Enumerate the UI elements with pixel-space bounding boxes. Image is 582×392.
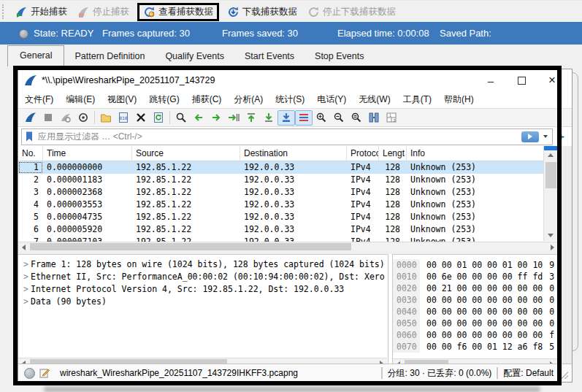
scrollbar-thumb[interactable]	[545, 162, 556, 188]
detail-ip[interactable]: Internet Protocol Version 4, Src: 192.85…	[21, 283, 388, 296]
cell-protocol: IPv4	[347, 161, 379, 174]
column-length[interactable]: Lengt	[379, 146, 407, 161]
table-row[interactable]: 1 0.000000000 192.85.1.22 192.0.0.33 IPv…	[18, 161, 572, 174]
table-row[interactable]: 3 0.000002368 192.85.1.22 192.0.0.33 IPv…	[18, 186, 572, 199]
go-back-button[interactable]	[190, 110, 207, 126]
start-capture-button[interactable]	[22, 110, 39, 126]
bookmark-icon[interactable]	[24, 131, 34, 142]
hex-row[interactable]: 001000 6e 00 00 00 00 ff fd3	[393, 271, 558, 283]
menu-statistics[interactable]: 统计(S)	[275, 93, 305, 106]
go-forward-button[interactable]	[207, 110, 225, 126]
cell-source: 192.85.1.22	[132, 186, 240, 199]
download-capture-data-button[interactable]: 下载捕获数据	[227, 6, 297, 18]
go-to-packet-button[interactable]	[225, 110, 242, 126]
svg-text:3: 3	[394, 118, 396, 123]
cell-length: 128	[379, 199, 407, 211]
hex-row[interactable]: 004000 00 00 00 00 00 00 000	[393, 306, 558, 318]
column-destination[interactable]: Destination	[240, 146, 347, 161]
find-packet-button[interactable]	[172, 110, 190, 126]
cell-source: 192.85.1.22	[132, 211, 240, 223]
column-no[interactable]: No.	[18, 146, 43, 161]
menu-edit[interactable]: 编辑(E)	[66, 93, 95, 106]
table-row[interactable]: 4 0.000003553 192.85.1.22 192.0.0.33 IPv…	[18, 199, 572, 211]
scroll-down-icon[interactable]	[548, 234, 554, 237]
menu-help[interactable]: 帮助(H)	[444, 93, 474, 106]
hex-row[interactable]: 002000 21 00 00 00 00 00 000	[393, 283, 558, 294]
expert-info-icon[interactable]	[24, 368, 35, 379]
hex-row[interactable]: 000000 00 01 00 00 01 00 109	[393, 259, 558, 271]
table-row[interactable]: 2 0.000001183 192.85.1.22 192.0.0.33 IPv…	[18, 174, 572, 186]
resize-grip-icon[interactable]	[561, 372, 568, 379]
zoom-out-button[interactable]	[330, 110, 348, 126]
cell-no: 1	[18, 161, 43, 174]
open-file-button[interactable]	[97, 110, 115, 126]
capture-options-button[interactable]	[74, 110, 92, 126]
hex-row[interactable]: 003000 00 00 00 00 00 00 000	[393, 294, 558, 306]
layout-button[interactable]: 13	[383, 110, 400, 126]
menu-wireless[interactable]: 无线(W)	[359, 93, 390, 106]
zoom-reset-button[interactable]	[348, 110, 365, 126]
view-capture-data-button[interactable]: 查看捕获数据	[137, 3, 219, 21]
detail-ethernet[interactable]: Ethernet II, Src: PerformanceA_00:00:02 …	[21, 271, 388, 283]
start-capture-button[interactable]: 开始捕获	[15, 6, 67, 18]
zoom-in-button[interactable]	[313, 110, 330, 126]
scrollbar-thumb[interactable]	[30, 243, 351, 250]
profile-selector[interactable]: 配置: Default	[503, 367, 554, 380]
expand-chevron-icon[interactable]	[21, 283, 31, 296]
menu-telephony[interactable]: 电话(Y)	[317, 93, 346, 106]
folder-icon	[100, 112, 112, 123]
colorize-toggle[interactable]	[295, 110, 313, 126]
close-file-button[interactable]	[132, 110, 150, 126]
capture-comment-icon[interactable]	[39, 368, 50, 378]
table-row[interactable]: 7 0.000007103 192.85.1.22 192.0.0.33 IPv…	[18, 236, 572, 242]
table-row[interactable]: 6 0.000005920 192.85.1.22 192.0.0.33 IPv…	[18, 223, 572, 236]
filter-dropdown-caret-icon[interactable]	[543, 135, 548, 138]
maximize-button-icon[interactable]	[516, 75, 527, 85]
scroll-left-icon[interactable]	[22, 245, 26, 250]
tab-start-events[interactable]: Start Events	[234, 47, 305, 66]
hex-row[interactable]: 006000 00 00 00 00 00 00 00f	[393, 329, 558, 341]
apply-filter-button[interactable]	[521, 131, 539, 142]
reload-file-button[interactable]	[150, 110, 167, 126]
column-time[interactable]: Time	[43, 146, 132, 161]
go-last-button[interactable]	[260, 110, 277, 126]
tab-qualify-events[interactable]: Qualify Events	[155, 47, 234, 66]
add-filter-button[interactable]: +	[553, 130, 569, 144]
display-filter-input[interactable]: 应用显示过滤器 … <Ctrl-/>	[21, 128, 553, 145]
expand-chevron-icon[interactable]	[21, 258, 31, 271]
minimize-button-icon[interactable]	[486, 75, 496, 85]
detail-frame[interactable]: Frame 1: 128 bytes on wire (1024 bits), …	[21, 258, 388, 271]
close-button-icon[interactable]	[547, 75, 557, 85]
detail-data[interactable]: Data (90 bytes)	[21, 296, 388, 308]
save-file-button[interactable]: 010	[115, 110, 132, 126]
menu-tools[interactable]: 工具(T)	[403, 93, 432, 106]
menu-view[interactable]: 视图(V)	[107, 93, 137, 106]
expand-chevron-icon[interactable]	[21, 296, 31, 308]
menu-capture[interactable]: 捕获(C)	[192, 93, 222, 106]
cell-destination: 192.0.0.33	[240, 211, 347, 223]
column-source[interactable]: Source	[132, 146, 240, 161]
go-first-button[interactable]	[242, 110, 260, 126]
column-protocol[interactable]: Protoco	[347, 146, 379, 161]
wireshark-titlebar[interactable]: *\\.\pipe\WiresharkPipe_20251107_143729	[18, 69, 572, 91]
menu-go[interactable]: 跳转(G)	[149, 93, 179, 106]
auto-scroll-toggle[interactable]	[277, 110, 295, 126]
hex-row[interactable]: 007000 00 f6 00 01 12 a6 f85	[393, 341, 558, 353]
tab-general[interactable]: General	[7, 45, 64, 66]
hex-row[interactable]: 005000 00 00 00 00 00 00 000	[393, 318, 558, 329]
expand-chevron-icon[interactable]	[21, 271, 31, 283]
tab-stop-events[interactable]: Stop Events	[305, 47, 374, 66]
table-row[interactable]: 5 0.000004735 192.85.1.22 192.0.0.33 IPv…	[18, 211, 572, 223]
packet-list-vscrollbar[interactable]	[543, 146, 558, 241]
cell-length: 128	[379, 211, 407, 223]
toolbar-grip[interactable]	[2, 4, 7, 19]
resize-columns-button[interactable]	[365, 110, 383, 126]
menu-file[interactable]: 文件(F)	[25, 93, 53, 106]
cell-length: 128	[379, 236, 407, 242]
tab-pattern-definition[interactable]: Pattern Definition	[64, 47, 155, 66]
scroll-up-icon[interactable]	[548, 153, 554, 157]
zoom-reset-icon	[351, 112, 362, 123]
scroll-right-icon[interactable]	[551, 245, 554, 250]
menu-analyze[interactable]: 分析(A)	[234, 93, 263, 106]
reload-icon	[153, 112, 164, 123]
